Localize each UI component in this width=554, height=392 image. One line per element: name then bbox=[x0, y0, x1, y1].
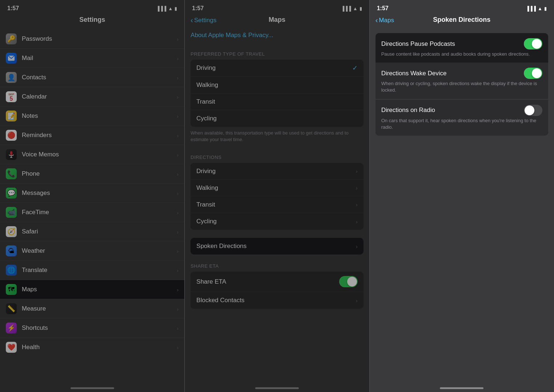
driving-checkmark-icon: ✓ bbox=[352, 64, 358, 72]
pause-podcasts-knob bbox=[532, 39, 542, 49]
scroll-indicator-3 bbox=[440, 387, 483, 389]
settings-item-measure[interactable]: 📏 Measure › bbox=[0, 299, 184, 319]
on-radio-toggle[interactable] bbox=[524, 105, 542, 116]
calendar-icon: SEP 5 bbox=[6, 91, 17, 102]
directions-walking[interactable]: Walking › bbox=[190, 180, 363, 196]
directions-driving[interactable]: Driving › bbox=[190, 163, 363, 180]
spoken-directions-chevron: › bbox=[356, 243, 358, 249]
wake-device-desc: When driving or cycling, spoken directio… bbox=[381, 80, 542, 93]
settings-item-facetime[interactable]: 📹 FaceTime › bbox=[0, 203, 184, 222]
settings-item-calendar[interactable]: SEP 5 Calendar › bbox=[0, 87, 184, 107]
maps-title: Maps bbox=[269, 16, 285, 23]
maps-back-button[interactable]: ‹ Settings bbox=[190, 16, 216, 24]
settings-item-weather[interactable]: 🌤 Weather › bbox=[0, 241, 184, 261]
status-bar-3: 1:57 ▐▐▐ ▲ ▮ bbox=[370, 0, 554, 15]
reminders-chevron: › bbox=[177, 132, 178, 139]
wake-device-toggle[interactable] bbox=[524, 68, 542, 79]
settings-item-maps[interactable]: 🗺 Maps › bbox=[0, 280, 184, 299]
settings-item-health[interactable]: ❤️ Health › bbox=[0, 338, 184, 357]
settings-item-contacts[interactable]: 👤 Contacts › bbox=[0, 68, 184, 87]
battery-icon: ▮ bbox=[174, 6, 177, 11]
mail-icon bbox=[6, 53, 17, 64]
travel-footer: When available, this transportation type… bbox=[185, 128, 369, 147]
directions-driving-label: Driving bbox=[196, 168, 356, 175]
travel-driving[interactable]: Driving ✓ bbox=[190, 60, 363, 77]
weather-label: Weather bbox=[22, 247, 177, 255]
spoken-directions-label: Spoken Directions bbox=[196, 243, 356, 250]
battery-icon-3: ▮ bbox=[544, 6, 547, 11]
directions-walking-chevron: › bbox=[356, 185, 358, 191]
share-eta-toggle[interactable] bbox=[339, 276, 358, 287]
share-eta-item[interactable]: Share ETA bbox=[190, 272, 363, 292]
maps-back-label: Settings bbox=[194, 17, 216, 24]
directions-cycling[interactable]: Cycling › bbox=[190, 213, 363, 230]
settings-item-shortcuts[interactable]: ⚡ Shortcuts › bbox=[0, 319, 184, 338]
wake-device-label: Directions Wake Device bbox=[381, 70, 524, 77]
directions-group: Driving › Walking › Transit › Cycling › bbox=[190, 163, 363, 230]
maps-scroll-content: About Apple Maps & Privacy... PREFERRED … bbox=[185, 27, 369, 392]
wifi-icon-2: ▲ bbox=[353, 6, 358, 11]
wake-device-item[interactable]: Directions Wake Device When driving or c… bbox=[376, 63, 548, 99]
back-chevron-icon-3: ‹ bbox=[376, 16, 378, 24]
health-chevron: › bbox=[177, 344, 178, 351]
about-maps-link[interactable]: About Apple Maps & Privacy... bbox=[185, 27, 369, 43]
back-chevron-icon: ‹ bbox=[190, 16, 193, 24]
directions-cycling-label: Cycling bbox=[196, 218, 356, 225]
settings-item-phone[interactable]: 📞 Phone › bbox=[0, 164, 184, 184]
travel-cycling[interactable]: Cycling bbox=[190, 110, 363, 127]
passwords-icon: 🔑 bbox=[6, 33, 17, 44]
signal-icon-3: ▐▐▐ bbox=[526, 6, 536, 11]
blocked-contacts-label: Blocked Contacts bbox=[196, 297, 356, 304]
travel-driving-label: Driving bbox=[196, 64, 349, 72]
time-3: 1:57 bbox=[377, 5, 389, 12]
blocked-contacts-item[interactable]: Blocked Contacts › bbox=[190, 292, 363, 309]
spoken-back-button[interactable]: ‹ Maps bbox=[376, 16, 394, 24]
settings-item-translate[interactable]: 🌐 Translate › bbox=[0, 261, 184, 280]
settings-item-mail[interactable]: Mail › bbox=[0, 49, 184, 68]
calendar-label: Calendar bbox=[22, 93, 177, 100]
settings-item-safari[interactable]: 🧭 Safari › bbox=[0, 222, 184, 241]
directions-cycling-chevron: › bbox=[356, 219, 358, 225]
signal-icon: ▐▐▐ bbox=[156, 6, 166, 11]
shortcuts-label: Shortcuts bbox=[22, 324, 177, 332]
spoken-directions-panel: 1:57 ▐▐▐ ▲ ▮ ‹ Maps Spoken Directions Di… bbox=[369, 0, 554, 392]
settings-nav: Settings bbox=[0, 15, 184, 27]
settings-item-reminders[interactable]: 🔴 Reminders › bbox=[0, 126, 184, 145]
maps-label: Maps bbox=[22, 286, 177, 293]
facetime-icon: 📹 bbox=[6, 207, 17, 218]
weather-chevron: › bbox=[177, 248, 178, 254]
reminders-label: Reminders bbox=[22, 132, 177, 139]
phone-icon: 📞 bbox=[6, 168, 17, 179]
messages-chevron: › bbox=[177, 190, 178, 196]
spoken-directions-item[interactable]: Spoken Directions › bbox=[190, 238, 363, 255]
measure-chevron: › bbox=[177, 306, 178, 312]
notes-chevron: › bbox=[177, 113, 178, 119]
translate-icon: 🌐 bbox=[6, 265, 17, 276]
settings-item-passwords[interactable]: 🔑 Passwords › bbox=[0, 29, 184, 49]
on-radio-item[interactable]: Directions on Radio On cars that support… bbox=[376, 99, 548, 136]
travel-transit[interactable]: Transit bbox=[190, 93, 363, 110]
settings-item-notes[interactable]: 📝 Notes › bbox=[0, 107, 184, 126]
contacts-label: Contacts bbox=[22, 74, 177, 81]
directions-transit[interactable]: Transit › bbox=[190, 196, 363, 213]
directions-walking-label: Walking bbox=[196, 184, 356, 192]
preferred-travel-header: PREFERRED TYPE OF TRAVEL bbox=[185, 43, 369, 59]
safari-label: Safari bbox=[22, 228, 177, 235]
messages-icon: 💬 bbox=[6, 188, 17, 199]
passwords-chevron: › bbox=[177, 36, 178, 42]
travel-walking[interactable]: Walking bbox=[190, 77, 363, 93]
voicememos-chevron: › bbox=[177, 152, 178, 158]
maps-chevron: › bbox=[177, 287, 178, 293]
on-radio-row: Directions on Radio bbox=[381, 105, 542, 116]
directions-driving-chevron: › bbox=[356, 168, 358, 174]
settings-item-voicememos[interactable]: Voice Memos › bbox=[0, 145, 184, 164]
pause-podcasts-toggle[interactable] bbox=[524, 38, 542, 49]
pause-podcasts-item[interactable]: Directions Pause Podcasts Pause content … bbox=[376, 33, 548, 63]
shortcuts-chevron: › bbox=[177, 325, 178, 331]
health-icon: ❤️ bbox=[6, 342, 17, 353]
share-eta-header: SHARE ETA bbox=[185, 255, 369, 271]
status-bar-1: 1:57 ▐▐▐ ▲ ▮ bbox=[0, 0, 184, 15]
settings-item-messages[interactable]: 💬 Messages › bbox=[0, 184, 184, 203]
passwords-label: Passwords bbox=[22, 35, 177, 43]
mail-chevron: › bbox=[177, 55, 178, 61]
